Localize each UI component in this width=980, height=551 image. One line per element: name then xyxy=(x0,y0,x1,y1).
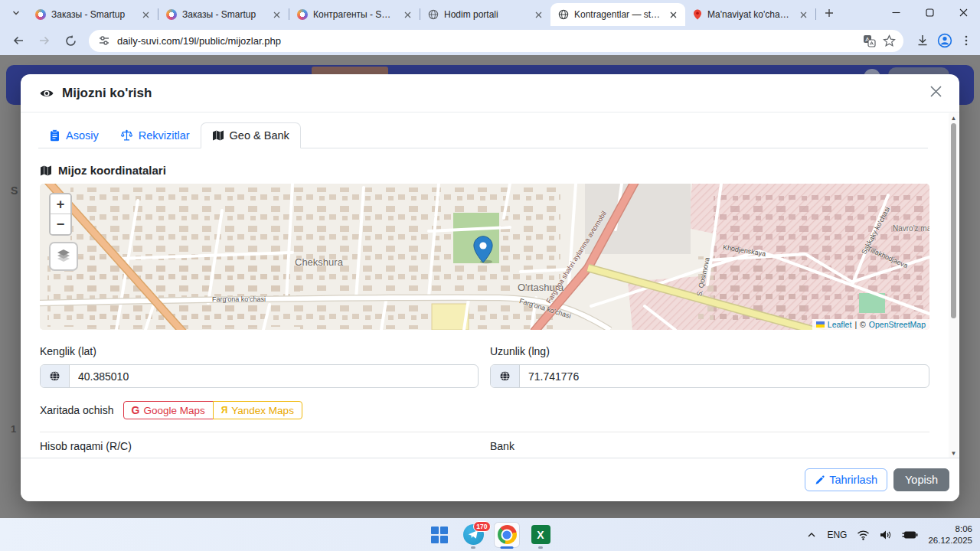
window-close-button[interactable] xyxy=(946,0,980,25)
menu-kebab-icon[interactable] xyxy=(960,34,972,47)
browser-tab[interactable]: Ma'naviyat ko'chasi, 24 — xyxy=(685,3,815,26)
browser-tab[interactable]: Hodim portali xyxy=(420,3,550,26)
google-maps-button[interactable]: G Google Maps xyxy=(123,401,214,419)
account-label: Hisob raqami (R/C) xyxy=(40,440,479,452)
tab-title: Ma'naviyat ko'chasi, 24 — xyxy=(707,9,792,20)
zoom-out-button[interactable]: − xyxy=(51,214,70,234)
tab-close-icon[interactable] xyxy=(139,8,152,21)
telegram-icon: 170 xyxy=(463,524,484,545)
scrollbar-thumb[interactable] xyxy=(951,123,956,318)
volume-icon[interactable] xyxy=(880,530,892,540)
tab-label: Asosiy xyxy=(66,129,99,142)
excel-taskbar-icon[interactable]: X xyxy=(526,520,555,549)
map-place-label: Navro'z mah xyxy=(893,224,929,233)
window-maximize-button[interactable] xyxy=(913,0,946,25)
browser-tab[interactable]: Заказы - Smartup xyxy=(28,3,158,26)
map-street-label: Farg'ona ko'chasi xyxy=(212,295,266,303)
section-title-text: Mijoz koordinatalari xyxy=(58,164,166,177)
tab-rekvizitlar[interactable]: Rekvizitlar xyxy=(109,122,201,148)
chrome-active-tile xyxy=(494,522,520,548)
tab-close-icon[interactable] xyxy=(270,8,283,21)
tab-close-icon[interactable] xyxy=(667,8,679,21)
zoom-in-button[interactable]: + xyxy=(51,194,70,214)
running-indicator xyxy=(471,546,475,549)
close-button[interactable]: Yopish xyxy=(893,468,949,491)
leaflet-map[interactable]: Chekshura O'rtashura Farg'ona ko'chasi F… xyxy=(40,184,929,330)
download-icon[interactable] xyxy=(916,34,929,47)
tab-geo-bank[interactable]: Geo & Bank xyxy=(201,122,301,148)
window-controls xyxy=(879,0,980,25)
forward-icon[interactable] xyxy=(34,30,55,51)
translate-icon[interactable]: A xyxy=(863,34,876,47)
openstreetmap-link[interactable]: OpenStreetMap xyxy=(869,320,926,329)
open-in-maps-row: Xaritada ochish G Google Maps Я Yandex M… xyxy=(40,401,959,419)
profile-avatar-icon[interactable] xyxy=(937,33,952,48)
modal-close-icon[interactable] xyxy=(929,85,942,100)
bank-field-block: Bank xyxy=(490,440,929,458)
taskbar-clock[interactable]: 8:06 26.12.2025 xyxy=(928,523,972,546)
tab-title: Hodim portali xyxy=(444,9,527,20)
tray-chevron-icon[interactable] xyxy=(806,530,817,540)
eye-icon xyxy=(39,86,54,101)
scale-icon xyxy=(120,129,133,142)
browser-tab[interactable]: Контрагенты - Smartup xyxy=(289,3,420,26)
start-button[interactable] xyxy=(425,520,454,549)
battery-icon[interactable] xyxy=(902,530,918,540)
map-layers-control[interactable] xyxy=(49,242,78,271)
tab-asosiy[interactable]: Asosiy xyxy=(38,122,109,148)
map-marker-icon[interactable] xyxy=(473,236,493,264)
new-tab-button[interactable] xyxy=(819,3,839,23)
modal-scrollbar: ▲ ▼ xyxy=(949,113,959,458)
tab-label: Rekvizitlar xyxy=(139,129,190,142)
chrome-taskbar-icon[interactable] xyxy=(492,520,521,549)
bookmark-star-icon[interactable] xyxy=(883,34,896,47)
clock-date: 26.12.2025 xyxy=(928,535,972,546)
globe-favicon xyxy=(558,9,569,20)
tab-close-icon[interactable] xyxy=(532,8,544,21)
browser-tab-active[interactable]: Kontragentlar — stacked n xyxy=(550,3,685,26)
tab-close-icon[interactable] xyxy=(401,8,413,21)
scroll-up-icon[interactable]: ▲ xyxy=(949,113,959,122)
account-field-block: Hisob raqami (R/C) xyxy=(40,440,479,458)
tab-title: Контрагенты - Smartup xyxy=(313,9,396,20)
back-icon[interactable] xyxy=(8,30,29,51)
language-indicator[interactable]: ENG xyxy=(827,530,847,540)
site-settings-icon[interactable] xyxy=(98,34,110,47)
section-divider xyxy=(40,432,929,432)
lng-field-block: Uzunlik (lng) xyxy=(490,345,929,388)
google-g-icon: G xyxy=(132,404,140,416)
wifi-icon[interactable] xyxy=(857,530,870,540)
browser-tab[interactable]: Заказы - Smartup xyxy=(158,3,289,26)
background-text-fragment: 1 xyxy=(11,423,16,435)
tab-separator xyxy=(815,8,816,20)
telegram-badge: 170 xyxy=(473,521,490,532)
background-text-fragment: S xyxy=(11,184,18,197)
lng-input[interactable] xyxy=(520,365,929,387)
system-tray: ENG 8:06 26.12.2025 xyxy=(806,518,972,551)
telegram-taskbar-icon[interactable]: 170 xyxy=(459,520,488,549)
open-map-label: Xaritada ochish xyxy=(40,404,114,416)
tab-close-icon[interactable] xyxy=(797,8,809,21)
tab-search-chevron-icon[interactable] xyxy=(6,3,26,23)
windows-logo-icon xyxy=(431,527,448,543)
url-bar[interactable]: daily-suvi.com/19l/public/mijozlar.php A xyxy=(89,30,903,52)
globe-icon xyxy=(41,365,70,387)
layers-icon xyxy=(55,248,72,265)
scroll-down-icon[interactable]: ▼ xyxy=(949,448,959,458)
smartup-favicon xyxy=(35,9,46,20)
ukraine-flag-icon xyxy=(816,321,825,328)
tab-title: Заказы - Smartup xyxy=(51,9,134,20)
yandex-maps-label: Yandex Maps xyxy=(231,405,294,416)
url-text[interactable]: daily-suvi.com/19l/public/mijozlar.php xyxy=(117,35,856,47)
tab-title: Kontragentlar — stacked n xyxy=(574,9,662,20)
yandex-maps-button[interactable]: Я Yandex Maps xyxy=(213,401,302,419)
edit-button[interactable]: Tahrirlash xyxy=(805,468,887,491)
window-minimize-button[interactable] xyxy=(879,0,913,25)
lat-input[interactable] xyxy=(70,365,478,387)
section-title: Mijoz koordinatalari xyxy=(40,164,959,177)
leaflet-link[interactable]: Leaflet xyxy=(828,320,852,329)
lat-label: Kenglik (lat) xyxy=(40,345,479,357)
reload-icon[interactable] xyxy=(60,30,81,51)
lng-label: Uzunlik (lng) xyxy=(490,345,929,357)
tab-label: Geo & Bank xyxy=(230,129,289,142)
